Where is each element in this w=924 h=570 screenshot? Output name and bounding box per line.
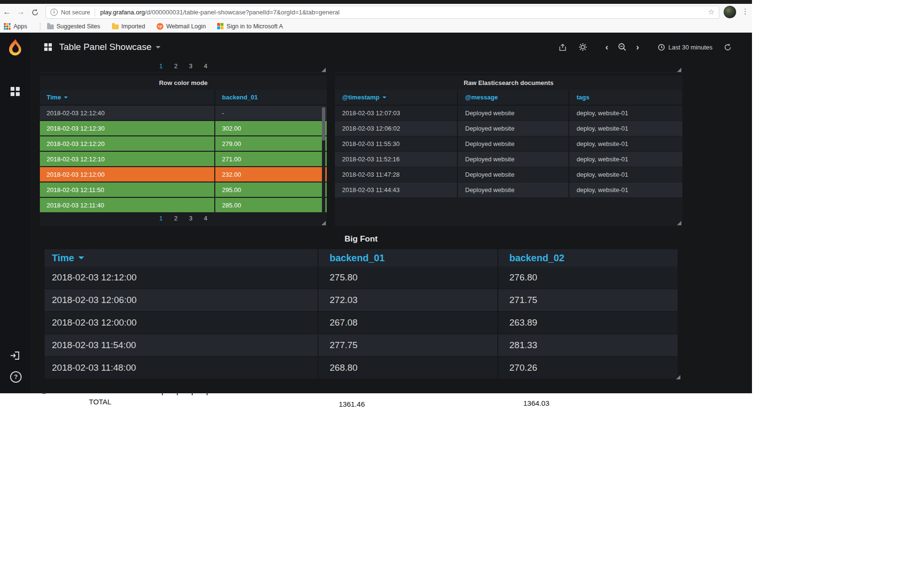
dashboard-grid-icon[interactable] (44, 43, 52, 51)
cell-timestamp: 2018-02-03 11:47:28 (335, 167, 457, 182)
cell-value: 279.00 (214, 136, 327, 151)
pagination: 1 2 3 4 (40, 61, 327, 70)
cell-tags: deploy, website-01 (568, 152, 682, 167)
column-header-backend02[interactable]: backend_02 (497, 249, 678, 267)
table-row: 2018-02-03 11:55:30 Deployed website dep… (335, 136, 682, 152)
forward-icon[interactable]: → (14, 7, 28, 17)
cell-message: Deployed website (457, 167, 568, 182)
resize-handle[interactable] (677, 68, 681, 72)
cell-message: Deployed website (457, 182, 568, 197)
page-button[interactable]: 4 (204, 63, 207, 70)
grafana-sidebar: ? (0, 33, 30, 393)
back-icon[interactable]: ← (0, 7, 14, 17)
render-artifact (207, 393, 208, 395)
time-range-label: Last 30 minutes (668, 44, 713, 51)
bookmark-suggested-sites[interactable]: Suggested Sites (47, 23, 100, 30)
table-header: Time backend_01 (40, 90, 327, 106)
bookmark-webmail-login[interactable]: cp Webmail Login (157, 23, 206, 30)
sidebar-signin-icon[interactable] (10, 351, 20, 360)
apps-label: Apps (13, 23, 27, 30)
page-button[interactable]: 3 (189, 63, 193, 70)
panel-above-left-clipped: 1 2 3 4 (40, 61, 327, 73)
info-icon[interactable]: i (50, 9, 58, 16)
render-artifact (192, 393, 193, 395)
cell-timestamp: 2018-02-03 12:07:03 (335, 106, 457, 121)
bookmark-sign-in-microsoft[interactable]: Sign in to Microsoft A (217, 23, 283, 30)
cell-time: 2018-02-03 12:12:00 (45, 267, 318, 289)
column-header-label: @message (465, 94, 498, 101)
reload-icon[interactable] (28, 7, 42, 17)
page-button[interactable]: 3 (189, 215, 193, 222)
browser-menu-icon[interactable]: ⋮ (741, 7, 749, 16)
url-domain: play.grafana.org (100, 9, 145, 16)
table-row: 2018-02-03 12:00:00 267.08 263.89 (45, 312, 678, 334)
bookmark-star-icon[interactable]: ☆ (708, 8, 715, 16)
bookmarks-bar: Apps Suggested Sites Imported cp Webmail… (0, 20, 752, 33)
page-button[interactable]: 4 (204, 215, 207, 222)
column-header-backend01[interactable]: backend_01 (318, 249, 497, 267)
panel-title[interactable]: Row color mode (40, 75, 327, 90)
column-header-timestamp[interactable]: @timestamp (335, 90, 457, 105)
table-row: 2018-02-03 11:47:28 Deployed website dep… (335, 167, 682, 182)
page-button[interactable]: 2 (174, 63, 178, 70)
column-header-time[interactable]: Time (45, 249, 318, 267)
page-button[interactable]: 1 (160, 63, 163, 70)
profile-avatar[interactable] (724, 6, 736, 18)
table-row: 2018-02-03 12:07:03 Deployed website dep… (335, 106, 682, 121)
scrollbar[interactable] (322, 106, 325, 213)
apps-shortcut[interactable]: Apps (4, 23, 27, 30)
total-backend01: 1361.46 (339, 400, 365, 408)
bookmark-imported[interactable]: Imported (112, 23, 145, 30)
table-row: 2018-02-03 12:11:50 295.00 (40, 182, 327, 197)
column-header-tags[interactable]: tags (568, 90, 682, 105)
column-header-message[interactable]: @message (457, 90, 568, 105)
settings-gear-icon[interactable] (575, 40, 591, 54)
render-artifact (42, 393, 46, 394)
refresh-icon[interactable] (720, 40, 735, 54)
clock-icon (658, 44, 665, 51)
browser-toolbar: ← → i Not secure play.grafana.org/d/0000… (0, 4, 752, 20)
grafana-logo-icon[interactable] (6, 38, 24, 56)
table-row: 2018-02-03 12:12:30 302.00 (40, 121, 327, 135)
time-range-picker[interactable]: Last 30 minutes (651, 40, 719, 54)
browser-window: ← → i Not secure play.grafana.org/d/0000… (0, 0, 752, 393)
time-forward-chevron-icon[interactable]: › (630, 40, 645, 54)
omnibox-divider (95, 9, 95, 16)
panel-title[interactable]: Big Font (40, 232, 682, 246)
microsoft-icon (217, 23, 223, 29)
pagination: 1 2 3 4 (40, 215, 327, 222)
sidebar-dashboards-icon[interactable] (11, 87, 20, 96)
cell-time: 2018-02-03 12:06:00 (45, 289, 318, 311)
cell-value: - (214, 106, 327, 120)
cell-value: 285.00 (214, 198, 327, 212)
url-text[interactable]: play.grafana.org/d/000000031/table-panel… (100, 9, 339, 16)
address-bar[interactable]: i Not secure play.grafana.org/d/00000003… (46, 6, 719, 19)
dashboard-title-text: Table Panel Showcase (59, 42, 151, 52)
render-artifact (177, 393, 178, 395)
resize-handle[interactable] (677, 221, 681, 225)
page-button[interactable]: 1 (160, 215, 163, 222)
panel-above-right-clipped (335, 61, 682, 73)
page-button[interactable]: 2 (174, 215, 178, 222)
dashboard-title[interactable]: Table Panel Showcase (59, 42, 160, 52)
table-row: 2018-02-03 12:12:10 271.00 (40, 152, 327, 166)
zoom-out-icon[interactable] (615, 40, 630, 54)
scrollbar-thumb[interactable] (322, 107, 325, 141)
resize-handle[interactable] (676, 375, 680, 379)
cell-time: 2018-02-03 12:12:00 (40, 167, 214, 182)
cell-time: 2018-02-03 12:11:50 (40, 182, 214, 197)
share-button[interactable] (555, 40, 570, 54)
resize-handle[interactable] (321, 68, 326, 72)
column-header-backend01[interactable]: backend_01 (214, 90, 327, 105)
cell-tags: deploy, website-01 (568, 121, 682, 136)
time-back-chevron-icon[interactable]: ‹ (599, 40, 615, 54)
cell-timestamp: 2018-02-03 11:55:30 (335, 136, 457, 151)
cell-message: Deployed website (457, 121, 568, 136)
bookmark-label: Suggested Sites (57, 23, 100, 30)
column-header-time[interactable]: Time (40, 90, 214, 105)
cell-value: 232.00 (214, 167, 327, 182)
resize-handle[interactable] (321, 221, 326, 225)
panel-title[interactable]: Raw Elasticsearch documents (335, 75, 682, 90)
cell-time: 2018-02-03 12:12:40 (40, 106, 214, 120)
sidebar-help-icon[interactable]: ? (10, 371, 22, 383)
